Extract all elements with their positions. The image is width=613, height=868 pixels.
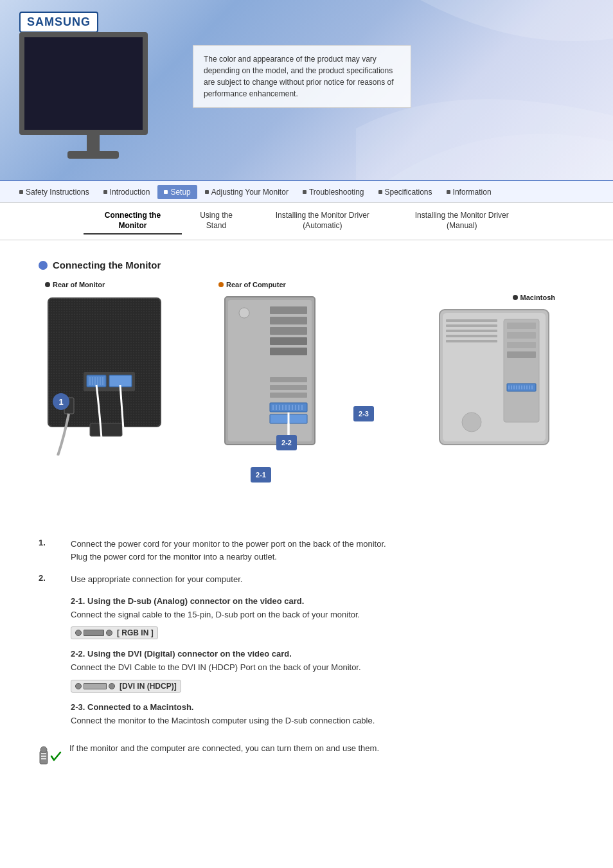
monitor-stand-neck	[87, 135, 100, 151]
rear-monitor-label: Rear of Monitor	[45, 281, 105, 291]
sub-nav-stand[interactable]: Using the Stand	[182, 208, 251, 235]
sub-instruction-2-1: 2-1. Using the D-sub (Analog) connector …	[71, 596, 574, 642]
rgb-in-label: [ RGB IN ]	[117, 628, 154, 637]
macintosh-dot	[513, 295, 518, 300]
nav-item-safety[interactable]: Safety Instructions	[13, 185, 96, 199]
nav-dot-safety	[19, 190, 23, 194]
sub-nav-driver-manual[interactable]: Installing the Monitor Driver (Manual)	[395, 208, 529, 235]
dvi-port-icon	[84, 683, 107, 689]
sub-instruction-2-3: 2-3. Connected to a Macintosh. Connect t…	[71, 702, 574, 727]
svg-rect-21	[270, 377, 307, 382]
section-title-icon	[39, 261, 48, 270]
svg-rect-46	[507, 332, 536, 339]
sub-step-2-2-text: Connect the DVI Cable to the DVI IN (HDC…	[71, 661, 574, 674]
step2-number: 2.	[39, 573, 58, 583]
svg-rect-45	[507, 323, 536, 329]
nav-dot-intro	[103, 190, 107, 194]
svg-rect-39	[446, 319, 497, 322]
svg-rect-20	[270, 348, 307, 355]
step2-text: Use appropriate connection for your comp…	[71, 573, 574, 586]
monitor-stand-base	[67, 151, 119, 159]
svg-rect-18	[270, 327, 307, 335]
svg-point-62	[40, 747, 47, 753]
rgb-port-icon	[84, 630, 104, 636]
svg-rect-13	[90, 423, 122, 436]
port-right-circle	[106, 630, 112, 636]
sub-step-2-2-label: 2-2. Using the DVI (Digital) connector o…	[71, 649, 574, 659]
nav-dot-info	[447, 190, 450, 194]
step-badge-2-3: 2-3	[353, 406, 374, 421]
sub-nav-connecting[interactable]: Connecting the Monitor	[84, 208, 182, 235]
monitor-illustration	[19, 32, 167, 161]
sub-instruction-2-2: 2-2. Using the DVI (Digital) connector o…	[71, 649, 574, 695]
port-left-circle	[75, 630, 82, 636]
nav-dot-setup	[164, 190, 168, 194]
nav-item-specs[interactable]: Specifications	[372, 185, 439, 199]
dvi-port-right-circle	[109, 683, 115, 689]
step1-number: 1.	[39, 538, 58, 547]
instructions: 1. Connect the power cord for your monit…	[39, 538, 574, 770]
sub-nav-driver-auto[interactable]: Installing the Monitor Driver (Automatic…	[251, 208, 394, 235]
nav-item-setup[interactable]: Setup	[157, 185, 197, 199]
rear-computer-dot	[218, 282, 224, 287]
step-badge-2-1: 2-1	[251, 467, 271, 483]
main-content: Connecting the Monitor Rear of Monitor	[0, 240, 613, 796]
instruction-step2: 2. Use appropriate connection for your c…	[39, 573, 574, 586]
step1-text: Connect the power cord for your monitor …	[71, 538, 574, 563]
sub-step-2-3-text: Connect the monitor to the Macintosh com…	[71, 714, 574, 727]
macintosh-label: Macintosh	[513, 294, 555, 304]
svg-point-60	[462, 412, 481, 432]
banner-curves	[356, 0, 613, 180]
svg-rect-25	[270, 403, 307, 412]
rear-computer-label: Rear of Computer	[218, 281, 286, 291]
nav-item-info[interactable]: Information	[440, 185, 498, 199]
section-title: Connecting the Monitor	[39, 260, 574, 270]
nav-item-adjusting[interactable]: Adjusting Your Monitor	[199, 185, 295, 199]
svg-rect-43	[446, 340, 497, 342]
note-box: If the monitor and the computer are conn…	[39, 737, 574, 770]
dvi-port-left-circle	[75, 683, 82, 689]
sub-nav: Connecting the Monitor Using the Stand I…	[0, 203, 613, 240]
svg-rect-23	[270, 393, 307, 398]
note-icon	[39, 742, 62, 765]
svg-rect-42	[446, 335, 497, 337]
dvi-in-badge: [DVI IN (HDCP)]	[71, 680, 181, 693]
step-badge-1: 1	[53, 393, 69, 410]
sub-step-2-3-label: 2-3. Connected to a Macintosh.	[71, 702, 574, 712]
sub-step-2-1-text: Connect the signal cable to the 15-pin, …	[71, 608, 574, 621]
nav-item-troubleshoot[interactable]: Troubleshooting	[296, 185, 371, 199]
diagram-area: Rear of Monitor	[39, 281, 574, 518]
macintosh-diagram	[433, 306, 562, 456]
svg-rect-48	[507, 351, 536, 358]
nav-dot-adjusting	[205, 190, 209, 194]
note-text: If the monitor and the computer are conn…	[69, 742, 379, 755]
svg-rect-41	[446, 330, 497, 332]
nav-dot-troubleshoot	[303, 190, 306, 194]
nav-bar: Safety Instructions Introduction Setup A…	[0, 180, 613, 203]
step-badge-2-2: 2-2	[276, 435, 297, 450]
svg-rect-40	[446, 324, 497, 327]
svg-rect-19	[270, 337, 307, 345]
svg-rect-16	[270, 306, 307, 314]
nav-dot-specs	[378, 190, 382, 194]
svg-rect-17	[270, 317, 307, 324]
monitor-screen	[19, 32, 148, 135]
monitor-rear-diagram	[45, 295, 173, 457]
svg-rect-22	[270, 385, 307, 390]
rgb-in-badge: [ RGB IN ]	[71, 626, 158, 639]
header-banner: SAMSUNG The color and appearance of the …	[0, 0, 613, 180]
page-title: Connecting the Monitor	[53, 260, 161, 270]
dvi-in-label: [DVI IN (HDCP)]	[120, 682, 177, 691]
rear-monitor-dot	[45, 282, 50, 287]
sub-step-2-1-label: 2-1. Using the D-sub (Analog) connector …	[71, 596, 574, 606]
svg-point-24	[239, 308, 249, 318]
svg-rect-47	[507, 342, 536, 348]
instruction-step1: 1. Connect the power cord for your monit…	[39, 538, 574, 563]
samsung-logo: SAMSUNG	[19, 12, 98, 33]
nav-item-intro[interactable]: Introduction	[97, 185, 157, 199]
